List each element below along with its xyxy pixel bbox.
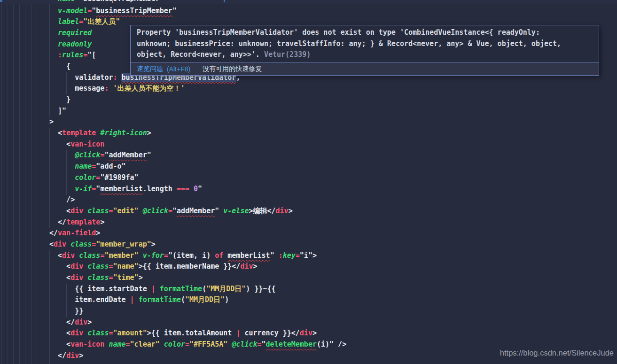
code-line[interactable]: }} <box>0 306 346 317</box>
code-line[interactable]: <van-icon name="clear" color="#FF5A5A" @… <box>0 339 346 350</box>
code-line[interactable]: <template #right-icon> <box>0 128 346 139</box>
code-line[interactable]: color="#1989fa" <box>0 172 346 184</box>
code-line[interactable]: ]" <box>0 106 346 117</box>
peek-problem-shortcut[interactable]: (Alt+F8) <box>167 65 190 73</box>
error-message-line: Property 'businessTripMemberValidator' d… <box>137 27 593 39</box>
code-line[interactable]: <div class="member_wrap"> <box>0 239 346 250</box>
code-line: name="businessTripMember" <box>0 0 164 4</box>
error-message-line: unknown; businessPrice: unknown; travelS… <box>137 39 593 50</box>
clipped-icon-fragment <box>0 0 2 2</box>
code-line[interactable]: v-model="businessTripMember" <box>0 6 346 17</box>
clipped-top-code-line: name="businessTripMember" <box>0 0 617 4</box>
error-message-line: object, Record<never, any>>'. Vetur(2339… <box>137 49 593 61</box>
code-line[interactable]: @click="addMember" <box>0 150 346 161</box>
code-line[interactable]: item.endDate | formatTime("MM月DD日") <box>0 294 346 306</box>
no-quickfix-text: 没有可用的快速修复 <box>203 65 262 73</box>
error-message: Property 'businessTripMemberValidator' d… <box>131 25 599 62</box>
top-divider <box>0 4 617 4</box>
clipped-marker-fragment <box>224 0 225 2</box>
code-line[interactable]: message: '出差人员不能为空！' <box>0 83 346 94</box>
code-line[interactable]: </van-field> <box>0 228 346 239</box>
code-line[interactable]: <div class="name">{{ item.memberName }}<… <box>0 261 346 272</box>
code-line[interactable]: <div class="time"> <box>0 272 346 284</box>
code-line[interactable]: </div> <box>0 350 346 362</box>
error-source: Vetur(2339) <box>264 50 311 59</box>
code-line[interactable]: /> <box>0 194 346 206</box>
code-line[interactable]: > <box>0 116 346 128</box>
code-line[interactable]: <div class="member" v-for="(item, i) of … <box>0 250 346 262</box>
code-line[interactable]: v-if="memberList.length === 0" <box>0 184 346 195</box>
watermark-url: https://blog.csdn.net/SilenceJude <box>500 349 614 357</box>
code-line[interactable]: <van-icon <box>0 139 346 150</box>
code-line[interactable]: </div> <box>0 317 346 328</box>
code-line[interactable]: {{ item.startDate | formatTime("MM月DD日")… <box>0 284 346 295</box>
code-line[interactable]: } <box>0 94 346 106</box>
code-line[interactable]: </template> <box>0 217 346 228</box>
peek-problem-link[interactable]: 速览问题 <box>137 65 163 73</box>
cursor-caret-fragment <box>112 0 113 3</box>
error-tooltip: Property 'businessTripMemberValidator' d… <box>130 25 599 76</box>
tooltip-actions-bar: 速览问题 (Alt+F8) 没有可用的快速修复 <box>131 62 599 75</box>
code-editor[interactable]: name="businessTripMember" v-model="busin… <box>0 0 617 364</box>
code-line[interactable]: <div class="amount">{{ item.totalAmount … <box>0 328 346 339</box>
code-line[interactable]: <div class="edit" @click="addMember" v-e… <box>0 206 346 217</box>
code-line[interactable]: name="add-o" <box>0 161 346 172</box>
